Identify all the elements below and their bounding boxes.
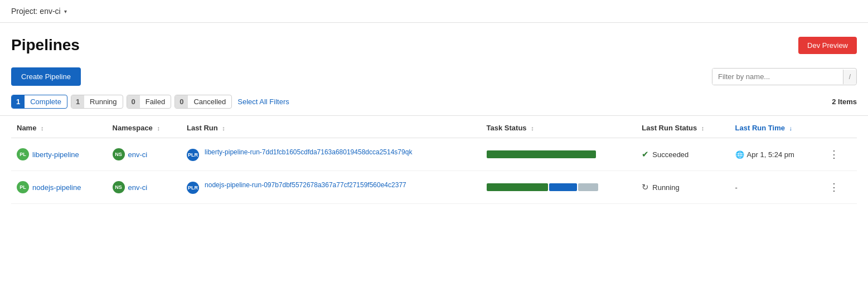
col-last-run-time[interactable]: Last Run Time ↓ [730, 116, 819, 138]
time-text: - [735, 183, 738, 192]
filter-label-cancelled: Cancelled [188, 95, 231, 108]
plr-badge: PLR [187, 149, 199, 161]
cell-task-status [481, 171, 637, 204]
filter-slash-icon: / [843, 70, 856, 84]
task-bar-green-full [487, 150, 596, 158]
cell-last-run-status: ↻ Running [636, 171, 729, 204]
plr-badge: PLR [187, 182, 199, 194]
globe-icon: 🌐 [735, 150, 744, 159]
filters-bar: 1 Complete 1 Running 0 Failed 0 Cancelle… [0, 95, 868, 116]
cell-namespace: NS env-ci [107, 138, 182, 171]
dev-preview-button[interactable]: Dev Preview [798, 37, 857, 54]
table-row: PL liberty-pipeline NS env-ci PLR libert… [11, 138, 857, 171]
filter-input-wrap: / [712, 68, 857, 85]
cell-last-run-time: 🌐 Apr 1, 5:24 pm [730, 138, 819, 171]
ns-badge: NS [113, 181, 125, 193]
pipeline-name-link[interactable]: nodejs-pipeline [32, 183, 81, 192]
task-bar-green [487, 183, 548, 191]
col-last-run-time-sort-icon: ↓ [789, 125, 793, 131]
cell-name: PL nodejs-pipeline [11, 171, 107, 204]
col-actions [819, 116, 857, 138]
cell-actions: ⋮ [819, 138, 857, 171]
page-title: Pipelines [11, 36, 80, 54]
col-last-run-status-sort-icon: ↕ [701, 125, 705, 131]
succeeded-icon: ✔ [642, 149, 649, 159]
status-text: Succeeded [652, 150, 688, 159]
filter-count-complete: 1 [12, 95, 25, 108]
status-cell: ✔ Succeeded [642, 149, 724, 159]
page-header: Pipelines Dev Preview [0, 23, 868, 63]
pipeline-table: Name ↕ Namespace ↕ Last Run ↕ Task Statu… [11, 116, 857, 204]
row-menu-button[interactable]: ⋮ [825, 146, 843, 163]
run-link[interactable]: liberty-pipeline-run-7dd1fcb1605cdfda716… [205, 148, 412, 156]
filter-label-running: Running [84, 95, 122, 108]
filter-count-cancelled: 0 [175, 95, 188, 108]
cell-last-run: PLR liberty-pipeline-run-7dd1fcb1605cdfd… [181, 138, 481, 171]
pipeline-table-wrap: Name ↕ Namespace ↕ Last Run ↕ Task Statu… [0, 116, 868, 204]
filter-count-running: 1 [71, 95, 84, 108]
cell-name: PL liberty-pipeline [11, 138, 107, 171]
cell-last-run-status: ✔ Succeeded [636, 138, 729, 171]
col-namespace-sort-icon: ↕ [157, 125, 160, 131]
status-text: Running [652, 183, 679, 192]
filter-chip-complete[interactable]: 1 Complete [11, 95, 67, 109]
project-dropdown-icon[interactable]: ▾ [64, 8, 67, 14]
time-text: Apr 1, 5:24 pm [747, 150, 794, 159]
top-bar: Project: env-ci ▾ [0, 0, 868, 23]
items-count: 2 Items [832, 98, 857, 106]
row-menu-button[interactable]: ⋮ [825, 179, 843, 196]
table-header-row: Name ↕ Namespace ↕ Last Run ↕ Task Statu… [11, 116, 857, 138]
status-cell: ↻ Running [642, 182, 724, 192]
cell-namespace: NS env-ci [107, 171, 182, 204]
pl-badge: PL [17, 148, 29, 160]
cell-last-run-time: - [730, 171, 819, 204]
col-namespace[interactable]: Namespace ↕ [107, 116, 182, 138]
table-row: PL nodejs-pipeline NS env-ci PLR nodejs-… [11, 171, 857, 204]
run-link[interactable]: nodejs-pipeline-run-097b7dbf5572678a367a… [205, 181, 406, 189]
filter-label-failed: Failed [140, 95, 171, 108]
running-icon: ↻ [642, 182, 649, 192]
task-bar [487, 183, 598, 191]
pl-badge: PL [17, 181, 29, 193]
ns-badge: NS [113, 148, 125, 160]
task-bar-blue [549, 183, 577, 191]
task-bar-light [578, 183, 598, 191]
filter-chip-cancelled[interactable]: 0 Cancelled [174, 95, 232, 109]
filter-chip-running[interactable]: 1 Running [71, 95, 123, 109]
col-name[interactable]: Name ↕ [11, 116, 107, 138]
project-label: Project: env-ci [11, 7, 61, 16]
create-pipeline-button[interactable]: Create Pipeline [11, 67, 81, 86]
col-last-run[interactable]: Last Run ↕ [181, 116, 481, 138]
task-bar [487, 150, 598, 158]
cell-task-status [481, 138, 637, 171]
filter-count-failed: 0 [127, 95, 140, 108]
toolbar: Create Pipeline / [0, 63, 868, 95]
col-last-run-sort-icon: ↕ [222, 125, 225, 131]
namespace-link[interactable]: env-ci [128, 150, 148, 159]
namespace-link[interactable]: env-ci [128, 183, 148, 192]
pipeline-name-link[interactable]: liberty-pipeline [32, 150, 79, 159]
cell-last-run: PLR nodejs-pipeline-run-097b7dbf5572678a… [181, 171, 481, 204]
col-task-status-sort-icon: ↕ [531, 125, 534, 131]
filter-label-complete: Complete [25, 95, 67, 108]
filter-input[interactable] [712, 69, 843, 85]
select-all-filters[interactable]: Select All Filters [237, 98, 289, 106]
time-cell: 🌐 Apr 1, 5:24 pm [735, 150, 813, 159]
col-name-sort-icon: ↕ [41, 125, 44, 131]
filter-chip-failed[interactable]: 0 Failed [127, 95, 172, 109]
col-task-status[interactable]: Task Status ↕ [481, 116, 637, 138]
cell-actions: ⋮ [819, 171, 857, 204]
col-last-run-status[interactable]: Last Run Status ↕ [636, 116, 729, 138]
